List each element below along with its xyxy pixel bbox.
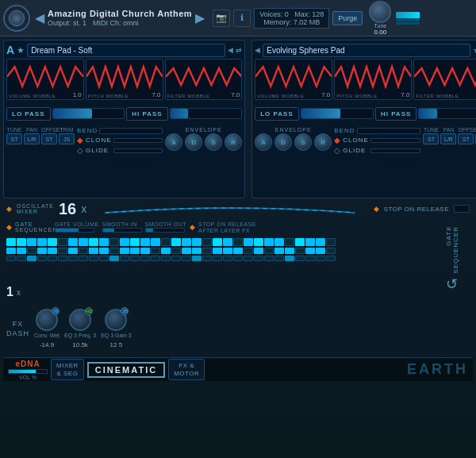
gate-cell[interactable] xyxy=(295,238,305,246)
gate-cell[interactable] xyxy=(140,248,150,254)
gate-cell[interactable] xyxy=(68,248,78,254)
nav-left-icon[interactable]: ◀ xyxy=(33,10,46,25)
gate-cell[interactable] xyxy=(27,256,36,261)
gate-cell[interactable] xyxy=(244,256,253,261)
gate-cell[interactable] xyxy=(161,238,171,246)
gate-cell[interactable] xyxy=(161,256,171,261)
gate-cell[interactable] xyxy=(58,256,67,261)
gate-cell[interactable] xyxy=(89,238,98,246)
fx-knob-2[interactable]: H2 xyxy=(69,309,91,331)
gate-cell[interactable] xyxy=(17,248,26,254)
gate-cell[interactable] xyxy=(79,256,88,261)
gate-cell[interactable] xyxy=(171,248,181,254)
gate-cell[interactable] xyxy=(37,238,47,246)
layer-b-pitch-wobble[interactable]: PITCH WOBBLE 7.0 xyxy=(334,59,412,100)
gate-cell[interactable] xyxy=(223,248,232,254)
clone-bar-a[interactable] xyxy=(113,138,163,143)
gate-cell[interactable] xyxy=(326,256,336,261)
gate-cell[interactable] xyxy=(316,238,325,246)
nav-right-icon[interactable]: ▶ xyxy=(194,10,206,25)
gate-cell[interactable] xyxy=(213,238,222,246)
attack-knob-b[interactable]: A xyxy=(255,133,272,151)
gate-cell[interactable] xyxy=(79,238,88,246)
gate-cell[interactable] xyxy=(305,256,315,261)
layer-b-lopass-bar[interactable] xyxy=(301,108,374,119)
fx-knob-3[interactable]: JB xyxy=(105,309,127,331)
gate-cell[interactable] xyxy=(326,248,336,254)
gate-cell[interactable] xyxy=(295,256,305,261)
gate-cell[interactable] xyxy=(254,248,263,254)
gate-cell[interactable] xyxy=(326,238,336,246)
sustain-knob-a[interactable]: S xyxy=(205,133,222,151)
gate-cell[interactable] xyxy=(274,256,284,261)
gate-cell[interactable] xyxy=(68,238,78,246)
layer-a-hipass[interactable]: HI PASS xyxy=(126,107,167,121)
layer-b-filter-wobble[interactable]: FILTER WOBBLE 7.0 xyxy=(413,59,476,100)
gate-cell[interactable] xyxy=(254,256,263,261)
release-knob-b[interactable]: R xyxy=(314,133,332,151)
gate-cell[interactable] xyxy=(58,248,67,254)
gate-cell[interactable] xyxy=(120,256,129,261)
gate-cell[interactable] xyxy=(48,256,57,261)
gate-cell[interactable] xyxy=(161,248,171,254)
gate-cell[interactable] xyxy=(68,256,78,261)
gate-cell[interactable] xyxy=(27,248,36,254)
layer-a-nav-mix[interactable]: ⇄ xyxy=(236,46,242,54)
offset-btn-b[interactable]: ST xyxy=(458,133,474,144)
gate-cell[interactable] xyxy=(89,248,98,254)
gate-cell[interactable] xyxy=(48,248,57,254)
layer-a-vol-wobble[interactable]: VOLUME WOBBLE 1.0 xyxy=(6,59,84,100)
release-knob-a[interactable]: R xyxy=(225,133,242,151)
fx-motor-btn[interactable]: FX &MOTOR xyxy=(168,359,205,380)
gate-cell[interactable] xyxy=(130,238,140,246)
pan-btn-a[interactable]: L/R xyxy=(24,133,40,144)
gate-cell[interactable] xyxy=(274,248,284,254)
layer-b-lopass[interactable]: LO PASS xyxy=(255,107,299,121)
tune-btn-b[interactable]: ST xyxy=(423,133,439,144)
gate-cell[interactable] xyxy=(130,256,140,261)
gate-cell[interactable] xyxy=(37,256,47,261)
gate-cell[interactable] xyxy=(213,248,222,254)
trim-btn-a[interactable]: JS xyxy=(59,133,75,144)
layer-a-pitch-wobble[interactable]: PITCH WOBBLE 7.0 xyxy=(86,59,163,100)
gate-cell[interactable] xyxy=(120,238,129,246)
smooth-out-bar[interactable] xyxy=(145,228,185,233)
vol-bar[interactable] xyxy=(8,369,48,374)
gate-cell[interactable] xyxy=(37,248,47,254)
decay-knob-a[interactable]: D xyxy=(185,133,202,151)
gate-cell[interactable] xyxy=(264,248,274,254)
gate-cell[interactable] xyxy=(140,256,150,261)
gate-cell[interactable] xyxy=(233,248,243,254)
gate-cell[interactable] xyxy=(305,238,315,246)
layer-b-star[interactable]: ★ xyxy=(473,45,476,56)
layer-a-hipass-bar[interactable] xyxy=(170,108,243,119)
layer-b-vol-wobble[interactable]: VOLUME WOBBLE 7.0 xyxy=(255,59,332,100)
gate-cell[interactable] xyxy=(17,238,26,246)
layer-a-filter-wobble[interactable]: FILTER WOBBLE 7.0 xyxy=(165,59,243,100)
pan-btn-b[interactable]: L/R xyxy=(440,133,456,144)
gate-cell[interactable] xyxy=(99,256,109,261)
gate-cell[interactable] xyxy=(182,238,191,246)
gate-cell[interactable] xyxy=(89,256,98,261)
gate-cell[interactable] xyxy=(140,238,150,246)
gate-cell[interactable] xyxy=(305,248,315,254)
gate-cell[interactable] xyxy=(233,256,243,261)
gate-cell[interactable] xyxy=(151,248,160,254)
gate-cell[interactable] xyxy=(233,238,243,246)
gate-cell[interactable] xyxy=(151,238,160,246)
gate-cell[interactable] xyxy=(6,248,16,254)
gate-cell[interactable] xyxy=(17,256,26,261)
gate-cell[interactable] xyxy=(130,248,140,254)
gate-cell[interactable] xyxy=(99,238,109,246)
gate-cell[interactable] xyxy=(99,248,109,254)
sustain-knob-b[interactable]: S xyxy=(294,133,312,151)
purge-button[interactable]: Purge xyxy=(332,11,363,25)
gate-cell[interactable] xyxy=(58,238,67,246)
gate-cell[interactable] xyxy=(264,238,274,246)
gate-cell[interactable] xyxy=(202,256,212,261)
gate-cell[interactable] xyxy=(285,248,294,254)
layer-b-nav[interactable]: ◀ xyxy=(255,46,260,54)
gate-cell[interactable] xyxy=(6,256,16,261)
gate-cell[interactable] xyxy=(244,238,253,246)
gate-cell[interactable] xyxy=(223,238,232,246)
